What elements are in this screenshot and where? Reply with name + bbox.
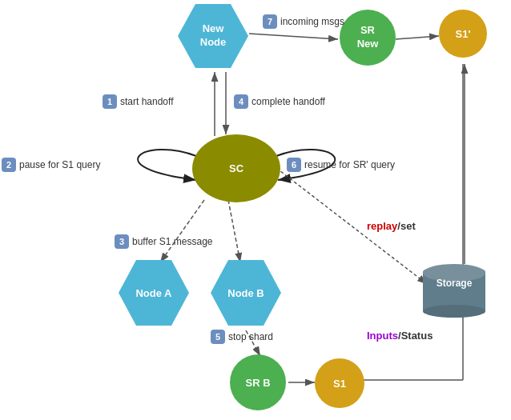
sr-b-node: SR B bbox=[230, 354, 286, 410]
label-incoming-msgs: 7 incoming msgs bbox=[263, 14, 344, 29]
new-node: New Node bbox=[178, 4, 248, 68]
node-b: Node B bbox=[211, 260, 281, 326]
s1-prime-node: S1' bbox=[439, 10, 487, 58]
label-pause-query: 2 pause for S1 query bbox=[2, 158, 100, 172]
node-a: Node A bbox=[119, 260, 189, 326]
sc-node: SC bbox=[192, 134, 280, 202]
s1-node: S1 bbox=[315, 358, 364, 408]
svg-line-6 bbox=[160, 200, 204, 262]
svg-line-7 bbox=[228, 200, 240, 262]
label-stop-shard: 5 stop shard bbox=[211, 330, 273, 344]
label-buffer-msg: 3 buffer S1 message bbox=[115, 234, 213, 249]
sr-new-node: SR New bbox=[340, 10, 396, 66]
label-replay-set: replay/set bbox=[367, 220, 416, 232]
label-start-handoff: 1 start handoff bbox=[103, 94, 174, 109]
diagram: New Node SR New S1' SC Node A Node B SR … bbox=[0, 0, 511, 420]
label-complete-handoff: 4 complete handoff bbox=[234, 94, 325, 109]
svg-line-2 bbox=[249, 34, 338, 39]
storage-node: Storage bbox=[423, 260, 485, 320]
svg-line-3 bbox=[396, 36, 439, 39]
label-inputs-status: Inputs/Status bbox=[367, 330, 433, 342]
label-resume-query: 6 resume for SR' query bbox=[287, 158, 395, 172]
